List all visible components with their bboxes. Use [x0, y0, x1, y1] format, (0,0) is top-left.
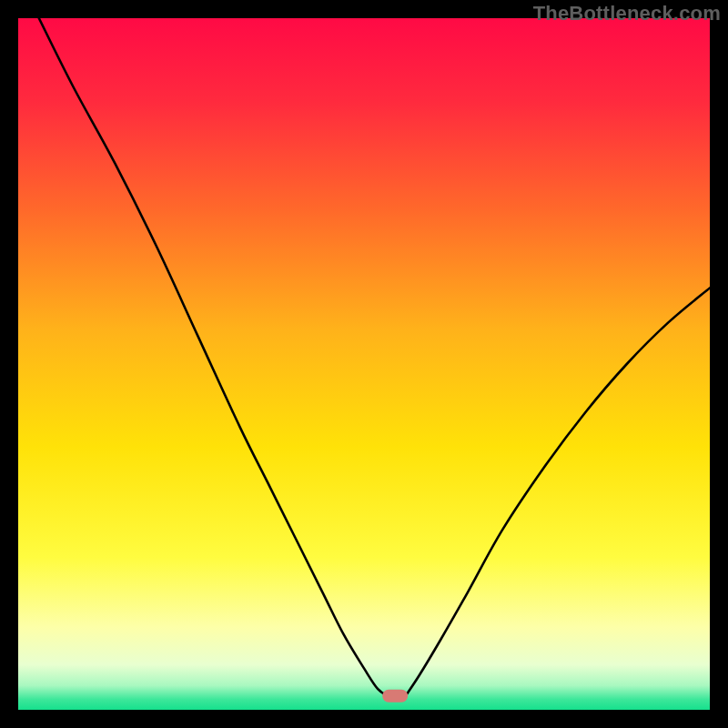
bottleneck-chart	[18, 18, 710, 710]
valley-marker-pill	[382, 690, 408, 703]
watermark-text: TheBottleneck.com	[533, 2, 721, 25]
chart-frame: TheBottleneck.com	[0, 0, 728, 728]
gradient-background	[18, 18, 710, 710]
valley-marker	[382, 690, 408, 703]
